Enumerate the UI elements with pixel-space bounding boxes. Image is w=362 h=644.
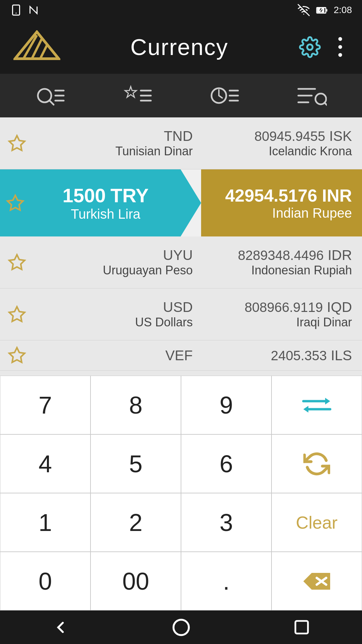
tnd-name: Tunisian Dinar bbox=[115, 144, 193, 158]
usd-pair-name: Iraqi Dinar bbox=[296, 315, 352, 329]
try-name: Turkish Lira bbox=[71, 207, 140, 222]
usd-value: 808966.9119 bbox=[245, 300, 323, 315]
star-list-icon bbox=[122, 84, 153, 107]
vef-right: 2405.353 ILS bbox=[193, 347, 362, 364]
time-display: 2:08 bbox=[334, 5, 352, 15]
nav-recents-button[interactable] bbox=[268, 614, 335, 641]
uyu-star-button[interactable] bbox=[0, 236, 34, 288]
currency-list: TND Tunisian Dinar 80945.9455 ISK Icelan… bbox=[0, 117, 362, 371]
vef-left: VEF bbox=[34, 347, 193, 364]
currency-row-try[interactable]: 1500 TRY Turkish Lira 42954.5176 INR Ind… bbox=[0, 169, 362, 236]
key-7[interactable]: 7 bbox=[0, 376, 90, 434]
settings-button[interactable] bbox=[298, 35, 322, 59]
usd-name: US Dollars bbox=[135, 315, 193, 329]
key-0[interactable]: 0 bbox=[0, 552, 90, 610]
svg-line-33 bbox=[324, 103, 327, 105]
battery-icon bbox=[315, 4, 328, 16]
currency-row-usd[interactable]: USD US Dollars 808966.9119 IQD Iraqi Din… bbox=[0, 288, 362, 340]
key-backspace[interactable] bbox=[272, 552, 362, 610]
tnd-pair-name: Icelandic Krona bbox=[269, 144, 352, 158]
app-logo bbox=[13, 30, 60, 64]
key-3[interactable]: 3 bbox=[181, 493, 272, 552]
currency-row-tnd[interactable]: TND Tunisian Dinar 80945.9455 ISK Icelan… bbox=[0, 117, 362, 169]
vef-pair-code: ILS bbox=[331, 347, 352, 364]
nav-home-button[interactable] bbox=[147, 614, 215, 641]
tab-filter[interactable] bbox=[275, 80, 349, 111]
tab-favorites[interactable] bbox=[101, 80, 174, 111]
usd-right: 808966.9119 IQD Iraqi Dinar bbox=[193, 299, 362, 329]
svg-point-13 bbox=[338, 53, 342, 57]
key-clear[interactable]: Clear bbox=[272, 493, 362, 552]
svg-line-15 bbox=[49, 100, 54, 105]
svg-marker-42 bbox=[303, 406, 308, 413]
svg-point-10 bbox=[307, 44, 313, 50]
bottom-nav bbox=[0, 610, 362, 644]
numpad-row-3: 1 2 3 Clear bbox=[0, 493, 362, 552]
svg-marker-36 bbox=[9, 255, 24, 269]
svg-line-9 bbox=[40, 45, 47, 59]
key-refresh[interactable] bbox=[272, 434, 362, 493]
tab-history[interactable] bbox=[188, 80, 261, 111]
phone-icon bbox=[10, 4, 22, 16]
swap-arrows-icon bbox=[302, 395, 332, 415]
try-code: TRY bbox=[111, 184, 149, 207]
key-6[interactable]: 6 bbox=[181, 434, 272, 493]
currency-row-vef[interactable]: VEF 2405.353 ILS bbox=[0, 340, 362, 371]
key-9[interactable]: 9 bbox=[181, 376, 272, 434]
svg-rect-46 bbox=[295, 621, 308, 634]
tnd-pair-code: ISK bbox=[329, 128, 352, 144]
search-list-icon bbox=[35, 84, 65, 107]
vef-code: VEF bbox=[165, 347, 193, 364]
key-5[interactable]: 5 bbox=[90, 434, 181, 493]
nav-back-button[interactable] bbox=[27, 614, 94, 641]
usd-star-button[interactable] bbox=[0, 288, 34, 340]
svg-marker-34 bbox=[9, 136, 24, 150]
exchange-arrows-icon bbox=[302, 395, 332, 415]
page-title: Currency bbox=[130, 34, 228, 60]
back-icon bbox=[51, 618, 70, 637]
vef-star-button[interactable] bbox=[0, 340, 34, 370]
numpad: 7 8 9 4 5 6 1 2 bbox=[0, 376, 362, 610]
history-list-icon bbox=[209, 84, 240, 107]
svg-point-12 bbox=[338, 45, 342, 49]
try-to-name: Indian Rupee bbox=[272, 206, 352, 221]
tnd-star-button[interactable] bbox=[0, 117, 34, 169]
more-options-button[interactable] bbox=[332, 35, 349, 59]
numpad-row-1: 7 8 9 bbox=[0, 376, 362, 434]
recents-square-icon bbox=[293, 619, 310, 636]
uyu-name: Uruguayan Peso bbox=[103, 263, 193, 277]
usd-left: USD US Dollars bbox=[34, 299, 193, 329]
uyu-left: UYU Uruguayan Peso bbox=[34, 247, 193, 277]
vef-value: 2405.353 bbox=[271, 348, 327, 363]
key-8[interactable]: 8 bbox=[90, 376, 181, 434]
refresh-icon bbox=[303, 450, 330, 477]
tnd-code: TND bbox=[164, 128, 193, 144]
key-00[interactable]: 00 bbox=[90, 552, 181, 610]
svg-marker-35 bbox=[7, 195, 23, 210]
tnd-right: 80945.9455 ISK Icelandic Krona bbox=[193, 128, 362, 158]
svg-marker-38 bbox=[9, 348, 24, 363]
key-4[interactable]: 4 bbox=[0, 434, 90, 493]
key-decimal[interactable]: . bbox=[181, 552, 272, 610]
usd-code: USD bbox=[163, 299, 193, 315]
key-2[interactable]: 2 bbox=[90, 493, 181, 552]
tab-bar bbox=[0, 74, 362, 117]
gear-icon bbox=[299, 36, 321, 58]
try-to-value: 42954.5176 bbox=[225, 185, 317, 206]
status-bar-left bbox=[10, 4, 40, 16]
currency-row-uyu[interactable]: UYU Uruguayan Peso 8289348.4496 IDR Indo… bbox=[0, 236, 362, 288]
more-vertical-icon bbox=[334, 35, 347, 59]
usd-pair-code: IQD bbox=[327, 299, 352, 315]
numpad-row-4: 0 00 . bbox=[0, 552, 362, 610]
header-actions bbox=[298, 35, 349, 59]
key-exchange[interactable] bbox=[272, 376, 362, 434]
uyu-code: UYU bbox=[163, 247, 193, 263]
key-1[interactable]: 1 bbox=[0, 493, 90, 552]
app-header: Currency bbox=[0, 20, 362, 74]
tnd-value: 80945.9455 bbox=[254, 129, 325, 144]
status-bar-right: 2:08 bbox=[298, 4, 352, 16]
tab-search[interactable] bbox=[13, 80, 87, 111]
uyu-pair-name: Indonesian Rupiah bbox=[251, 263, 352, 277]
vef-star-icon bbox=[8, 346, 26, 365]
uyu-value: 8289348.4496 bbox=[238, 248, 324, 263]
